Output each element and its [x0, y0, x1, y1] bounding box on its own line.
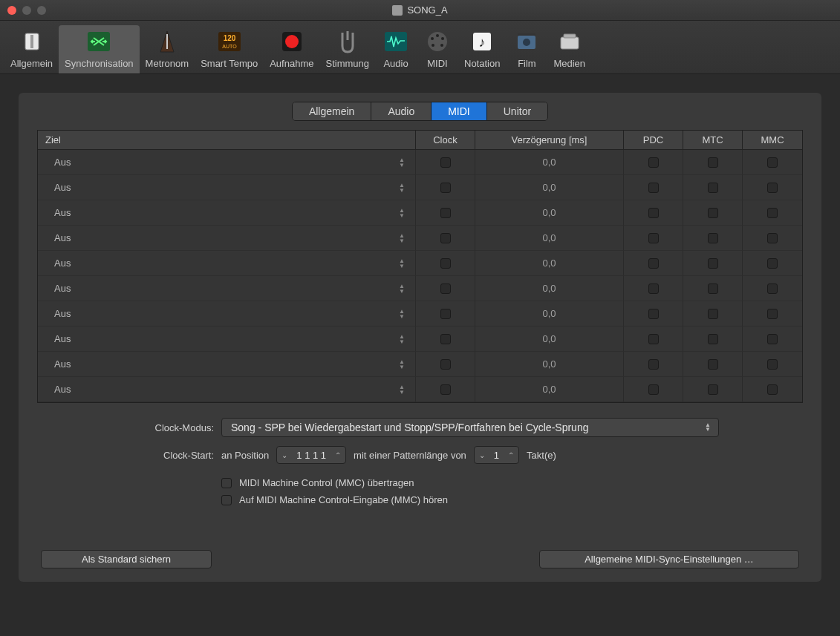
subtab-audio[interactable]: Audio [371, 102, 432, 120]
mmc-checkbox[interactable] [767, 309, 778, 319]
mmc-checkbox[interactable] [767, 283, 778, 294]
ziel-cell[interactable]: Aus▲▼ [38, 251, 416, 276]
delay-cell[interactable]: 0,0 [475, 200, 624, 226]
toolbar-notation[interactable]: ♪Notation [458, 25, 506, 73]
ziel-cell[interactable]: Aus▲▼ [38, 150, 416, 175]
mmc-checkbox[interactable] [767, 233, 778, 243]
mtc-checkbox[interactable] [708, 359, 718, 370]
toolbar-film[interactable]: Film [506, 25, 547, 73]
save-as-default-button[interactable]: Als Standard sichern [41, 550, 212, 568]
general-midi-sync-button[interactable]: Allgemeine MIDI-Sync-Einstellungen … [539, 550, 799, 568]
mmc-checkbox[interactable] [767, 157, 778, 168]
chevron-updown-icon[interactable]: ▲▼ [399, 332, 408, 346]
toolbar-midi[interactable]: MIDI [417, 25, 458, 73]
pdc-checkbox[interactable] [648, 157, 659, 168]
delay-cell[interactable]: 0,0 [475, 327, 624, 352]
pdc-checkbox[interactable] [648, 334, 659, 344]
chevron-down-icon[interactable]: ⌄ [277, 451, 292, 459]
pdc-checkbox[interactable] [648, 258, 659, 269]
col-mmc[interactable]: MMC [743, 131, 802, 150]
subtab-unitor[interactable]: Unitor [487, 102, 547, 120]
clock-checkbox[interactable] [440, 309, 451, 319]
mtc-checkbox[interactable] [708, 309, 718, 319]
clock-checkbox[interactable] [440, 157, 451, 168]
pdc-checkbox[interactable] [648, 183, 659, 193]
delay-cell[interactable]: 0,0 [475, 377, 624, 402]
subtab-midi[interactable]: MIDI [432, 102, 487, 120]
clock-checkbox[interactable] [440, 334, 451, 344]
mtc-checkbox[interactable] [708, 283, 718, 294]
mtc-checkbox[interactable] [708, 208, 718, 218]
chevron-updown-icon[interactable]: ▲▼ [399, 383, 408, 396]
mtc-checkbox[interactable] [708, 334, 718, 344]
ziel-cell[interactable]: Aus▲▼ [38, 175, 416, 200]
delay-cell[interactable]: 0,0 [475, 251, 624, 276]
pdc-checkbox[interactable] [648, 208, 659, 218]
chevron-down-icon[interactable]: ⌄ [475, 451, 489, 459]
col-clock[interactable]: Clock [416, 131, 475, 150]
chevron-updown-icon[interactable]: ▲▼ [399, 156, 408, 169]
ziel-cell[interactable]: Aus▲▼ [38, 352, 416, 377]
toolbar-smarttempo[interactable]: 120AUTOSmart Tempo [195, 25, 264, 73]
chevron-updown-icon[interactable]: ▲▼ [399, 232, 408, 245]
chevron-updown-icon[interactable]: ▲▼ [399, 307, 408, 321]
chevron-updown-icon[interactable]: ▲▼ [399, 257, 408, 270]
minimize-button[interactable] [22, 6, 31, 15]
clock-checkbox[interactable] [440, 359, 451, 370]
ziel-cell[interactable]: Aus▲▼ [38, 327, 416, 352]
toolbar-audio[interactable]: Audio [375, 25, 417, 73]
toolbar-medien[interactable]: Medien [547, 25, 591, 73]
pdc-checkbox[interactable] [648, 384, 659, 395]
pdc-checkbox[interactable] [648, 233, 659, 243]
toolbar-stimmung[interactable]: Stimmung [319, 25, 375, 73]
mmc-checkbox[interactable] [767, 183, 778, 193]
clock-checkbox[interactable] [440, 183, 451, 193]
clock-checkbox[interactable] [440, 258, 451, 269]
close-button[interactable] [7, 6, 16, 15]
ziel-cell[interactable]: Aus▲▼ [38, 377, 416, 402]
mtc-checkbox[interactable] [708, 233, 718, 243]
delay-cell[interactable]: 0,0 [475, 226, 624, 251]
delay-cell[interactable]: 0,0 [475, 276, 624, 301]
maximize-button[interactable] [37, 6, 46, 15]
mtc-checkbox[interactable] [708, 183, 718, 193]
clock-checkbox[interactable] [440, 208, 451, 218]
col-mtc[interactable]: MTC [683, 131, 743, 150]
chevron-updown-icon[interactable]: ▲▼ [399, 282, 408, 295]
mtc-checkbox[interactable] [708, 157, 718, 168]
delay-cell[interactable]: 0,0 [475, 301, 624, 327]
chevron-updown-icon[interactable]: ▲▼ [399, 181, 408, 194]
mtc-checkbox[interactable] [708, 384, 718, 395]
chevron-updown-icon[interactable]: ▲▼ [399, 206, 408, 220]
clock-checkbox[interactable] [440, 384, 451, 395]
col-delay[interactable]: Verzögerung [ms] [475, 131, 624, 150]
col-ziel[interactable]: Ziel [38, 131, 416, 150]
mmc-checkbox[interactable] [767, 258, 778, 269]
clock-checkbox[interactable] [440, 283, 451, 294]
ziel-cell[interactable]: Aus▲▼ [38, 301, 416, 327]
ziel-cell[interactable]: Aus▲▼ [38, 200, 416, 226]
mmc-checkbox[interactable] [767, 359, 778, 370]
ziel-cell[interactable]: Aus▲▼ [38, 226, 416, 251]
chevron-updown-icon[interactable]: ▲▼ [399, 358, 408, 371]
mmc-checkbox[interactable] [767, 208, 778, 218]
toolbar-metronom[interactable]: Metronom [140, 25, 195, 73]
clock-modus-select[interactable]: Song - SPP bei Wiedergabestart und Stopp… [221, 418, 719, 437]
pdc-checkbox[interactable] [648, 283, 659, 294]
mmc-transmit-checkbox[interactable] [221, 478, 232, 488]
pdc-checkbox[interactable] [648, 309, 659, 319]
ziel-cell[interactable]: Aus▲▼ [38, 276, 416, 301]
mtc-checkbox[interactable] [708, 258, 718, 269]
delay-cell[interactable]: 0,0 [475, 352, 624, 377]
delay-cell[interactable]: 0,0 [475, 175, 624, 200]
clock-checkbox[interactable] [440, 233, 451, 243]
chevron-up-icon[interactable]: ⌃ [331, 451, 345, 459]
delay-cell[interactable]: 0,0 [475, 150, 624, 175]
mmc-listen-checkbox[interactable] [221, 495, 232, 505]
toolbar-allgemein[interactable]: Allgemein [4, 25, 59, 73]
position-stepper[interactable]: ⌄ 1 1 1 1 ⌃ [276, 446, 346, 464]
mmc-checkbox[interactable] [767, 334, 778, 344]
toolbar-aufnahme[interactable]: Aufnahme [264, 25, 319, 73]
toolbar-synchronisation[interactable]: Synchronisation [59, 25, 140, 73]
pdc-checkbox[interactable] [648, 359, 659, 370]
